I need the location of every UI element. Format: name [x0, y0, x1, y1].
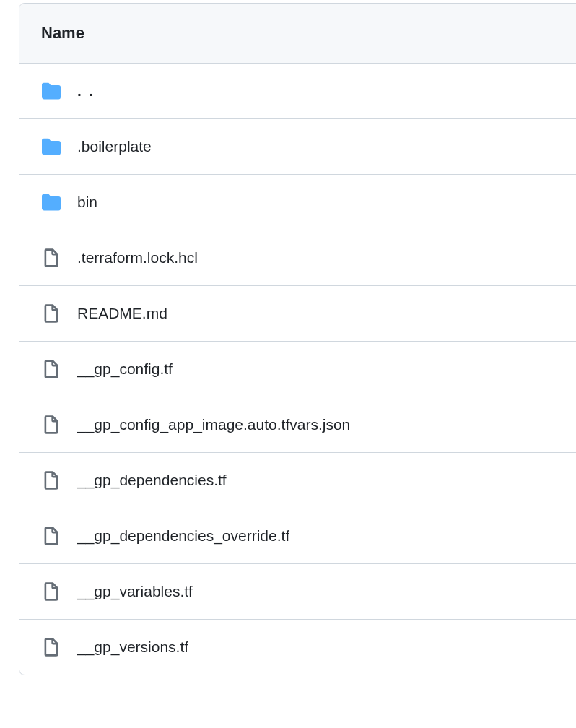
file-row[interactable]: __gp_versions.tf — [19, 620, 576, 675]
file-name[interactable]: README.md — [77, 305, 167, 322]
file-icon — [41, 415, 61, 435]
file-name[interactable]: __gp_config.tf — [77, 360, 173, 378]
file-name[interactable]: .boilerplate — [77, 138, 152, 155]
file-name[interactable]: __gp_dependencies_override.tf — [77, 527, 289, 545]
file-name[interactable]: __gp_config_app_image.auto.tfvars.json — [77, 416, 350, 433]
folder-icon — [41, 136, 61, 157]
folder-row[interactable]: .boilerplate — [19, 119, 576, 175]
file-name[interactable]: .terraform.lock.hcl — [77, 249, 198, 266]
file-row[interactable]: __gp_dependencies.tf — [19, 453, 576, 508]
folder-icon — [41, 192, 61, 212]
file-name[interactable]: bin — [77, 194, 97, 211]
file-icon — [41, 470, 61, 490]
file-row[interactable]: __gp_config_app_image.auto.tfvars.json — [19, 397, 576, 453]
file-row[interactable]: .terraform.lock.hcl — [19, 230, 576, 286]
file-name[interactable]: __gp_dependencies.tf — [77, 472, 227, 489]
file-list-header: Name — [19, 4, 576, 64]
folder-row[interactable]: bin — [19, 175, 576, 230]
file-icon — [41, 637, 61, 657]
file-icon — [41, 359, 61, 379]
file-icon — [41, 303, 61, 324]
file-icon — [41, 581, 61, 602]
file-icon — [41, 526, 61, 546]
column-header-name[interactable]: Name — [41, 24, 84, 42]
file-name[interactable]: __gp_variables.tf — [77, 583, 193, 600]
file-name[interactable]: . . — [77, 82, 95, 100]
file-row[interactable]: README.md — [19, 286, 576, 342]
file-row[interactable]: __gp_config.tf — [19, 342, 576, 397]
file-name[interactable]: __gp_versions.tf — [77, 638, 188, 656]
file-list: Name . ..boilerplatebin.terraform.lock.h… — [19, 3, 576, 675]
file-icon — [41, 248, 61, 268]
file-row[interactable]: __gp_variables.tf — [19, 564, 576, 620]
parent-directory-row[interactable]: . . — [19, 64, 576, 119]
file-row[interactable]: __gp_dependencies_override.tf — [19, 508, 576, 564]
folder-icon — [41, 81, 61, 101]
